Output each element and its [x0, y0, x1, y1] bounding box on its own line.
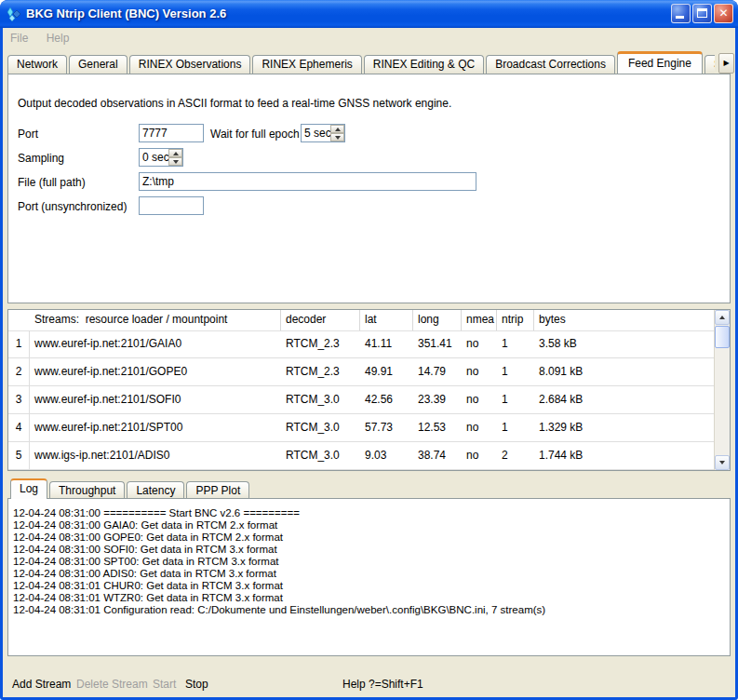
stop-button[interactable]: Stop [185, 678, 208, 691]
sampling-spinbox[interactable]: 0 sec [139, 148, 183, 167]
scroll-down-icon [719, 461, 725, 464]
tab-rinex-editing-qc[interactable]: RINEX Editing & QC [364, 55, 484, 74]
chevron-right-icon: ▶ [723, 59, 729, 67]
header-lat[interactable]: lat [360, 310, 413, 330]
spin-down-icon [173, 160, 179, 164]
stream-nmea: no [462, 386, 497, 413]
add-stream-button[interactable]: Add Stream [12, 678, 71, 691]
stream-decoder: RTCM_2.3 [281, 358, 360, 385]
header-bytes[interactable]: bytes [534, 310, 714, 330]
table-row[interactable]: 4 www.euref-ip.net:2101/SPT00 RTCM_3.0 5… [8, 414, 714, 442]
stream-lat: 57.73 [360, 414, 413, 441]
table-row[interactable]: 2 www.euref-ip.net:2101/GOPE0 RTCM_2.3 4… [8, 358, 714, 386]
tab-log[interactable]: Log [10, 478, 47, 499]
port-unsync-label: Port (unsynchronized) [18, 200, 127, 213]
tab-serial-output[interactable]: Serial Ou [704, 55, 715, 74]
menu-file[interactable]: File [3, 28, 35, 48]
spin-down-button[interactable] [168, 157, 182, 166]
window-title: BKG Ntrip Client (BNC) Version 2.6 [26, 0, 226, 27]
spin-up-button[interactable] [330, 125, 344, 133]
delete-stream-button[interactable]: Delete Stream [76, 678, 148, 691]
log-line: 12-04-24 08:31:00 GAIA0: Get data in RTC… [13, 519, 711, 532]
stream-lat: 41.11 [360, 330, 413, 357]
tab-throughput[interactable]: Throughput [49, 481, 125, 499]
spin-up-icon [335, 128, 341, 131]
scroll-up-button[interactable] [715, 310, 730, 325]
tab-ppp-plot[interactable]: PPP Plot [186, 481, 249, 499]
stream-lat: 42.56 [360, 386, 413, 413]
minimize-button[interactable] [671, 4, 691, 23]
feed-engine-description: Output decoded observations in ASCII for… [18, 97, 451, 110]
tab-broadcast-corrections[interactable]: Broadcast Corrections [486, 55, 615, 74]
stream-nmea: no [462, 414, 497, 441]
stream-nmea: no [462, 442, 497, 469]
stream-bytes: 1.329 kB [534, 414, 714, 441]
wait-epoch-label: Wait for full epoch [210, 128, 300, 141]
stream-long: 12.53 [413, 414, 462, 441]
stream-ntrip: 1 [497, 414, 534, 441]
maximize-button[interactable] [692, 4, 712, 23]
tab-rinex-observations[interactable]: RINEX Observations [129, 55, 251, 74]
scroll-down-button[interactable] [715, 455, 730, 470]
table-row[interactable]: 5 www.igs-ip.net:2101/ADIS0 RTCM_3.0 9.0… [8, 442, 714, 470]
log-line: 12-04-24 08:31:01 WTZR0: Get data in RTC… [13, 592, 711, 604]
scroll-up-icon [719, 316, 725, 319]
tab-bar: Network General RINEX Observations RINEX… [7, 50, 715, 74]
header-ntrip[interactable]: ntrip [497, 310, 534, 330]
title-bar[interactable]: BKG Ntrip Client (BNC) Version 2.6 ✕ [0, 0, 738, 28]
stream-decoder: RTCM_3.0 [281, 442, 360, 469]
stream-nmea: no [462, 330, 497, 357]
spin-down-button[interactable] [330, 133, 344, 141]
maximize-icon [697, 8, 707, 18]
tab-latency[interactable]: Latency [127, 481, 184, 499]
row-number: 1 [8, 330, 30, 357]
start-button[interactable]: Start [153, 678, 176, 691]
scroll-thumb[interactable] [715, 326, 730, 348]
log-line: 12-04-24 08:31:01 CHUR0: Get data in RTC… [13, 580, 711, 592]
header-spacer [8, 310, 30, 330]
log-line: 12-04-24 08:31:00 SPT00: Get data in RTC… [13, 556, 711, 568]
close-icon: ✕ [715, 5, 732, 21]
streams-table-body: 1 www.euref-ip.net:2101/GAIA0 RTCM_2.3 4… [8, 330, 714, 470]
spin-up-icon [173, 152, 179, 155]
header-mountpoint[interactable]: Streams: resource loader / mountpoint [30, 310, 281, 330]
bottom-tab-bar: Log Throughput Latency PPP Plot [10, 478, 251, 499]
stream-mountpoint: www.euref-ip.net:2101/SPT00 [30, 414, 281, 441]
stream-mountpoint: www.euref-ip.net:2101/GAIA0 [30, 330, 281, 357]
stream-lat: 9.03 [360, 442, 413, 469]
wait-epoch-spinbox[interactable]: 5 sec [301, 124, 345, 142]
stream-long: 14.79 [413, 358, 462, 385]
file-path-input[interactable] [139, 172, 476, 191]
stream-decoder: RTCM_3.0 [281, 414, 360, 441]
header-nmea[interactable]: nmea [462, 310, 497, 330]
stream-mountpoint: www.igs-ip.net:2101/ADIS0 [30, 442, 281, 469]
port-unsync-input[interactable] [139, 196, 204, 215]
stream-bytes: 2.684 kB [534, 386, 714, 413]
table-scrollbar[interactable] [714, 310, 730, 470]
stream-bytes: 8.091 kB [534, 358, 714, 385]
file-path-label: File (full path) [18, 176, 86, 189]
close-button[interactable]: ✕ [714, 4, 733, 23]
stream-bytes: 3.58 kB [534, 330, 714, 357]
stream-nmea: no [462, 358, 497, 385]
row-number: 2 [8, 358, 30, 385]
port-label: Port [18, 128, 38, 141]
spin-up-button[interactable] [168, 149, 182, 157]
header-decoder[interactable]: decoder [281, 310, 360, 330]
tab-scroll-right-button[interactable]: ▶ [718, 53, 734, 74]
port-input[interactable] [139, 124, 204, 142]
tab-rinex-ephemeris[interactable]: RINEX Ephemeris [252, 55, 361, 74]
table-row[interactable]: 3 www.euref-ip.net:2101/SOFI0 RTCM_3.0 4… [8, 386, 714, 414]
table-row[interactable]: 1 www.euref-ip.net:2101/GAIA0 RTCM_2.3 4… [8, 330, 714, 358]
feed-engine-panel: Output decoded observations in ASCII for… [7, 74, 731, 303]
tab-general[interactable]: General [69, 55, 127, 74]
tab-network[interactable]: Network [7, 55, 67, 74]
tab-feed-engine[interactable]: Feed Engine [617, 51, 703, 74]
window-controls: ✕ [671, 4, 733, 23]
menu-help[interactable]: Help [39, 28, 77, 48]
sampling-value: 0 sec [142, 149, 169, 166]
header-long[interactable]: long [413, 310, 462, 330]
row-number: 4 [8, 414, 30, 441]
stream-mountpoint: www.euref-ip.net:2101/SOFI0 [30, 386, 281, 413]
stream-ntrip: 1 [497, 330, 534, 357]
